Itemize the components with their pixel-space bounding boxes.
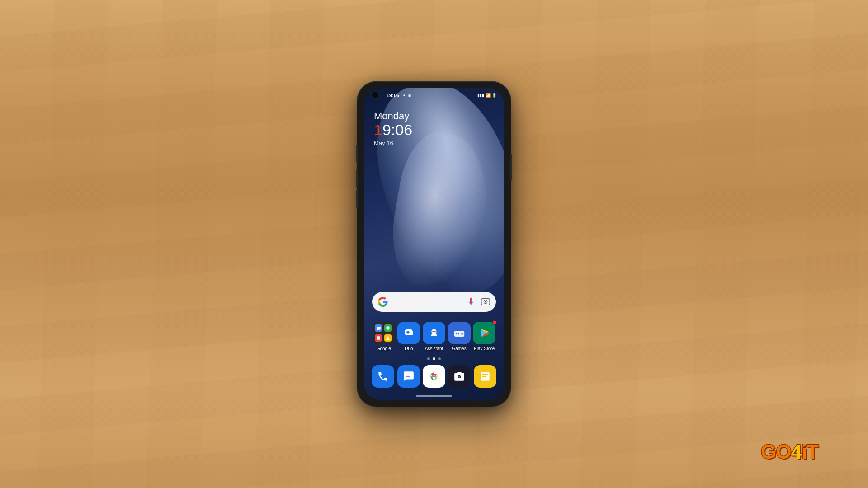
datetime-widget: Monday 19:06 May 16: [374, 111, 412, 146]
lens-icon: [481, 297, 491, 307]
svg-point-31: [459, 376, 460, 377]
folder-mini-4: [384, 334, 392, 342]
svg-point-17: [456, 333, 457, 334]
page-dot-2-active: [433, 357, 435, 360]
svg-point-29: [433, 375, 435, 377]
svg-point-14: [434, 331, 436, 332]
phone-screen: 19:06 ✦ ▣ ▮▮▮ 📶 🔋 Monday 19:06 May 16: [364, 88, 504, 400]
dock-chrome[interactable]: [423, 365, 445, 388]
page-dot-1: [427, 357, 430, 360]
svg-point-5: [485, 301, 486, 303]
app-row-1: Google Duo: [371, 322, 497, 351]
folder-mini-2: [384, 324, 392, 332]
time-label: 19:06: [374, 122, 412, 138]
svg-rect-34: [482, 376, 486, 377]
svg-rect-20: [461, 334, 463, 335]
status-time: 19:06: [387, 93, 399, 98]
svg-rect-33: [482, 374, 488, 375]
svg-point-13: [432, 331, 434, 332]
status-icons: ▮▮▮ 📶 🔋: [477, 93, 497, 98]
status-bar: 19:06 ✦ ▣ ▮▮▮ 📶 🔋: [364, 88, 504, 103]
svg-rect-7: [377, 336, 380, 340]
day-label: Monday: [374, 111, 412, 122]
playstore-icon: [473, 322, 495, 344]
status-left: 19:06 ✦ ▣: [387, 93, 411, 98]
page-indicators: [364, 357, 504, 360]
folder-mini-1: [375, 324, 382, 332]
camera-hole: [372, 92, 378, 98]
google-folder-icon: [373, 322, 395, 344]
svg-marker-8: [386, 336, 390, 340]
svg-point-10: [407, 331, 410, 333]
mic-icon: [466, 297, 476, 307]
svg-rect-19: [462, 333, 462, 335]
assistant-icon: [423, 322, 445, 344]
wifi-icon: 📶: [486, 93, 491, 98]
app-duo[interactable]: Duo: [397, 322, 420, 351]
signal-icon: ▮▮▮: [477, 93, 484, 98]
app-playstore[interactable]: Play Store: [472, 322, 496, 351]
app-label-playstore: Play Store: [474, 346, 495, 351]
time-highlight: 1: [374, 121, 382, 138]
dock-phone[interactable]: [372, 365, 394, 388]
folder-mini-3: [375, 334, 382, 342]
app-grid: Google Duo: [364, 322, 504, 355]
phone-device: 19:06 ✦ ▣ ▮▮▮ 📶 🔋 Monday 19:06 May 16: [357, 81, 511, 407]
google-search-bar[interactable]: [372, 292, 496, 312]
date-label: May 16: [374, 140, 412, 146]
page-dot-3: [438, 357, 441, 360]
dock-notes[interactable]: [474, 365, 496, 388]
app-label-games: Games: [452, 346, 466, 351]
svg-point-6: [387, 327, 390, 330]
app-google-folder[interactable]: Google: [372, 322, 396, 351]
dock-messages[interactable]: [397, 365, 420, 388]
app-assistant[interactable]: Assistant: [422, 322, 446, 351]
games-icon: [448, 322, 471, 344]
svg-point-18: [458, 333, 459, 334]
home-indicator: [416, 395, 452, 397]
dock-camera[interactable]: [448, 365, 471, 388]
app-label-google: Google: [377, 346, 391, 351]
search-right-icons: [466, 297, 491, 307]
battery-icon: 🔋: [492, 93, 497, 98]
dock: [370, 362, 498, 391]
duo-icon: [397, 322, 420, 344]
time-rest: 9:06: [382, 121, 412, 138]
app-games[interactable]: Games: [448, 322, 471, 351]
app-label-assistant: Assistant: [425, 346, 443, 351]
app-label-duo: Duo: [405, 346, 413, 351]
go4it-logo: GO4iT: [761, 441, 818, 463]
google-g-icon: [377, 296, 388, 307]
playstore-badge: [492, 320, 497, 325]
